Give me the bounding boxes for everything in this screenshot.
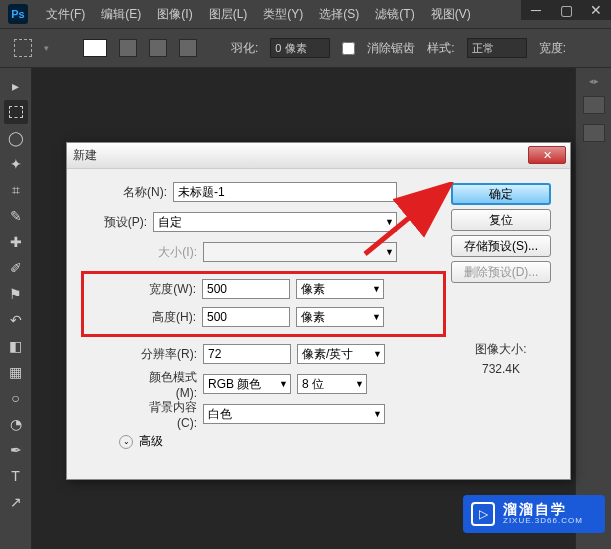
color-mode-label: 颜色模式(M): [137, 369, 203, 400]
type-tool-icon[interactable]: T [4, 464, 28, 488]
toolbar: ▸ ◯ ✦ ⌗ ✎ ✚ ✐ ⚑ ↶ ◧ ▦ ○ ◔ ✒ T ↗ [0, 68, 32, 549]
watermark: ▷ 溜溜自学 ZIXUE.3D66.COM [463, 495, 605, 533]
chevron-down-icon: ▼ [385, 217, 394, 227]
bg-content-value: 白色 [208, 406, 232, 423]
resolution-input[interactable] [203, 344, 291, 364]
highlight-annotation: 宽度(W): 像素 ▼ 高度(H): 像素 ▼ [81, 271, 446, 337]
resolution-label: 分辨率(R): [137, 346, 203, 363]
crop-tool-icon[interactable]: ⌗ [4, 178, 28, 202]
marquee-tool-icon[interactable] [4, 100, 28, 124]
brush-tool-icon[interactable]: ✐ [4, 256, 28, 280]
chevron-down-icon: ▼ [385, 247, 394, 257]
gradient-tool-icon[interactable]: ▦ [4, 360, 28, 384]
width-unit-value: 像素 [301, 281, 325, 298]
right-panel: ◂▸ [575, 68, 611, 549]
close-button[interactable]: ✕ [581, 0, 611, 20]
minimize-button[interactable]: ─ [521, 0, 551, 20]
move-tool-icon[interactable]: ▸ [4, 74, 28, 98]
pen-tool-icon[interactable]: ✒ [4, 438, 28, 462]
menu-image[interactable]: 图像(I) [149, 6, 200, 23]
height-input[interactable] [202, 307, 290, 327]
color-depth-value: 8 位 [302, 376, 324, 393]
feather-input[interactable] [270, 38, 330, 58]
path-tool-icon[interactable]: ↗ [4, 490, 28, 514]
new-document-dialog: 新建 ✕ 名称(N): 预设(P): 自定 ▼ 大小(I): ▼ [66, 142, 571, 480]
menu-edit[interactable]: 编辑(E) [93, 6, 149, 23]
menu-file[interactable]: 文件(F) [38, 6, 93, 23]
clone-stamp-tool-icon[interactable]: ⚑ [4, 282, 28, 306]
menu-type[interactable]: 类型(Y) [255, 6, 311, 23]
preset-label: 预设(P): [81, 214, 153, 231]
history-brush-tool-icon[interactable]: ↶ [4, 308, 28, 332]
height-unit-select[interactable]: 像素 ▼ [296, 307, 384, 327]
chevron-down-icon: ▼ [372, 284, 381, 294]
options-bar: ▾ 羽化: 消除锯齿 样式: 正常 宽度: [0, 28, 611, 68]
chevron-down-icon: ▼ [373, 409, 382, 419]
selection-mode-intersect-icon[interactable] [179, 39, 197, 57]
menubar: Ps 文件(F) 编辑(E) 图像(I) 图层(L) 类型(Y) 选择(S) 滤… [0, 0, 611, 28]
active-tool-icon[interactable] [14, 39, 32, 57]
watermark-url: ZIXUE.3D66.COM [503, 517, 583, 526]
size-label: 大小(I): [137, 244, 203, 261]
width-input[interactable] [202, 279, 290, 299]
style-dropdown[interactable]: 正常 [467, 38, 527, 58]
name-input[interactable] [173, 182, 397, 202]
bg-content-label: 背景内容(C): [137, 399, 203, 430]
blur-tool-icon[interactable]: ○ [4, 386, 28, 410]
menu-view[interactable]: 视图(V) [423, 6, 479, 23]
panel-icon-1[interactable] [583, 96, 605, 114]
preset-value: 自定 [158, 214, 182, 231]
color-mode-value: RGB 颜色 [208, 376, 261, 393]
height-label: 高度(H): [136, 309, 202, 326]
image-size-value: 732.4K [475, 362, 526, 376]
save-preset-button[interactable]: 存储预设(S)... [451, 235, 551, 257]
selection-mode-add-icon[interactable] [119, 39, 137, 57]
dialog-titlebar[interactable]: 新建 ✕ [67, 143, 570, 169]
chevron-down-icon: ▼ [355, 379, 364, 389]
width-unit-select[interactable]: 像素 ▼ [296, 279, 384, 299]
eyedropper-tool-icon[interactable]: ✎ [4, 204, 28, 228]
chevron-down-icon: ▼ [373, 349, 382, 359]
chevron-down-icon: ▼ [372, 312, 381, 322]
color-mode-select[interactable]: RGB 颜色 ▼ [203, 374, 291, 394]
menu-filter[interactable]: 滤镜(T) [367, 6, 422, 23]
name-label: 名称(N): [81, 184, 173, 201]
panel-collapse-icon[interactable]: ◂▸ [589, 76, 599, 86]
antialias-checkbox[interactable] [342, 42, 355, 55]
antialias-label: 消除锯齿 [367, 40, 415, 57]
size-select: ▼ [203, 242, 397, 262]
healing-brush-tool-icon[interactable]: ✚ [4, 230, 28, 254]
dialog-title: 新建 [73, 147, 97, 164]
height-unit-value: 像素 [301, 309, 325, 326]
panel-icon-2[interactable] [583, 124, 605, 142]
swatch-icon[interactable] [83, 39, 107, 57]
maximize-button[interactable]: ▢ [551, 0, 581, 20]
width-label: 宽度: [539, 40, 566, 57]
lasso-tool-icon[interactable]: ◯ [4, 126, 28, 150]
bg-content-select[interactable]: 白色 ▼ [203, 404, 385, 424]
watermark-brand: 溜溜自学 [503, 502, 583, 517]
color-depth-select[interactable]: 8 位 ▼ [297, 374, 367, 394]
chevron-down-icon: ▼ [279, 379, 288, 389]
style-label: 样式: [427, 40, 454, 57]
watermark-logo-icon: ▷ [471, 502, 495, 526]
selection-mode-subtract-icon[interactable] [149, 39, 167, 57]
reset-button[interactable]: 复位 [451, 209, 551, 231]
width-label: 宽度(W): [136, 281, 202, 298]
advanced-toggle-icon[interactable]: ⌄ [119, 435, 133, 449]
menu-select[interactable]: 选择(S) [311, 6, 367, 23]
resolution-unit-value: 像素/英寸 [302, 346, 353, 363]
delete-preset-button: 删除预设(D)... [451, 261, 551, 283]
advanced-label: 高级 [139, 433, 163, 450]
menu-layer[interactable]: 图层(L) [201, 6, 256, 23]
resolution-unit-select[interactable]: 像素/英寸 ▼ [297, 344, 385, 364]
image-size-label: 图像大小: [475, 341, 526, 358]
eraser-tool-icon[interactable]: ◧ [4, 334, 28, 358]
feather-label: 羽化: [231, 40, 258, 57]
preset-select[interactable]: 自定 ▼ [153, 212, 397, 232]
photoshop-logo: Ps [8, 4, 28, 24]
dodge-tool-icon[interactable]: ◔ [4, 412, 28, 436]
dialog-close-button[interactable]: ✕ [528, 146, 566, 164]
ok-button[interactable]: 确定 [451, 183, 551, 205]
magic-wand-tool-icon[interactable]: ✦ [4, 152, 28, 176]
